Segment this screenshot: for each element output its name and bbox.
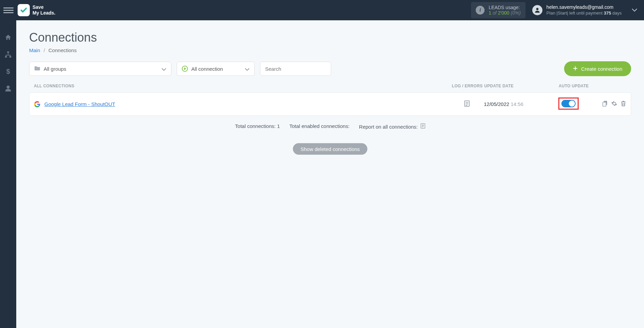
hamburger-icon[interactable] [3,5,14,15]
connection-status-select[interactable]: All connection [177,62,255,76]
search-input[interactable] [260,62,331,76]
controls-row: All groups All connection Create conn [29,61,631,76]
create-connection-button[interactable]: Create connection [564,61,631,76]
user-icon[interactable] [4,85,12,92]
folder-icon [34,66,40,72]
svg-rect-3 [9,56,11,58]
account-menu[interactable]: helen.savemyleads@gmail.com Plan |Start|… [532,4,641,16]
auto-update-toggle[interactable] [561,100,576,107]
log-icon[interactable] [450,100,484,108]
table-header: ALL CONNECTIONS LOG / ERRORS UPDATE DATE… [29,84,631,88]
main-content: Connections Main / Connections All group… [16,20,644,328]
auto-update-highlight [558,97,579,110]
account-plan: Plan |Start| left until payment 375 days [546,10,622,16]
breadcrumb-current: Connections [48,47,77,53]
gear-icon[interactable] [611,101,617,108]
total-enabled: Total enabled connections: [289,123,350,130]
dollar-icon[interactable]: $ [4,68,12,75]
svg-point-0 [536,8,539,10]
leads-usage-box[interactable]: i LEADS usage: 1 of 2'000 (0%) [471,2,525,18]
col-update-date: UPDATE DATE [484,84,559,88]
info-icon: i [476,6,485,15]
col-all-connections: ALL CONNECTIONS [34,84,450,88]
usage-label: LEADS usage: [489,5,521,10]
app-header: Save My Leads. i LEADS usage: 1 of 2'000… [0,0,644,20]
logo-text: Save My Leads. [33,4,56,16]
chevron-down-icon [245,66,250,72]
col-log-errors: LOG / ERRORS [450,84,484,88]
connection-name-link[interactable]: Google Lead Form - ShoutOUT [44,101,450,107]
total-connections: Total connections: 1 [235,123,280,130]
page-title: Connections [29,30,631,45]
copy-icon[interactable] [602,101,608,108]
svg-point-5 [6,86,9,89]
summary-row: Total connections: 1 Total enabled conne… [29,123,631,130]
report-all[interactable]: Report on all connections: [359,123,425,130]
trash-icon[interactable] [621,101,626,108]
logo-icon [18,4,30,16]
breadcrumb-main[interactable]: Main [29,47,40,53]
svg-text:$: $ [6,68,10,75]
document-icon [421,124,425,130]
account-email: helen.savemyleads@gmail.com [546,4,622,10]
sitemap-icon[interactable] [4,51,12,58]
col-auto-update: AUTO UPDATE [559,84,596,88]
chevron-down-icon [162,66,166,72]
plus-icon [573,66,578,72]
svg-rect-11 [603,102,606,106]
connection-row: Google Lead Form - ShoutOUT 12/05/2022 1… [29,92,631,116]
show-deleted-button[interactable]: Show deleted connections [293,143,367,155]
groups-select[interactable]: All groups [29,62,171,76]
avatar-icon [532,5,542,15]
breadcrumb: Main / Connections [29,47,631,53]
svg-rect-1 [7,51,9,53]
sidebar: $ [0,20,16,328]
update-date: 12/05/2022 14:56 [484,101,558,107]
svg-rect-2 [5,56,7,58]
play-circle-icon [182,66,188,72]
usage-value: 1 of 2'000 (0%) [489,10,521,16]
home-icon[interactable] [4,34,12,41]
chevron-down-icon [632,7,637,13]
logo[interactable]: Save My Leads. [18,4,56,16]
google-icon [34,101,40,107]
